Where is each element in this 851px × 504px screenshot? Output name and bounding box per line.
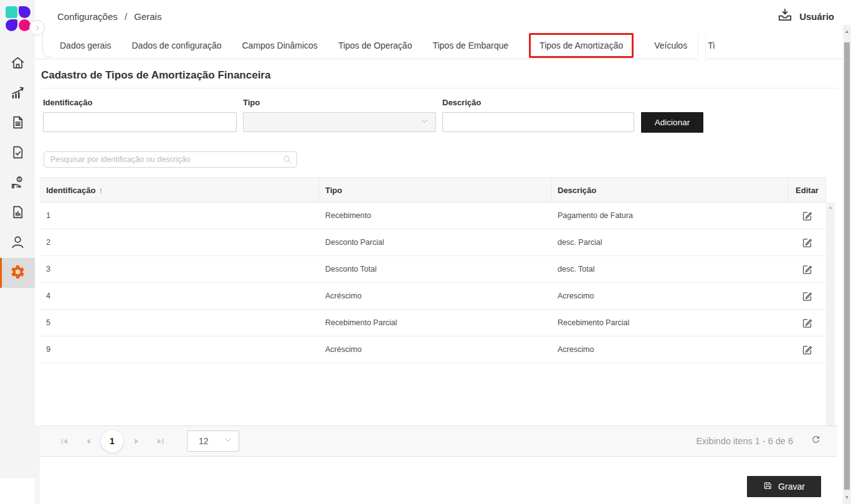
- title-divider: [41, 88, 839, 88]
- report-icon: [10, 204, 26, 222]
- scroll-down-icon[interactable]: ▼: [843, 495, 851, 500]
- gear-icon: [10, 264, 26, 282]
- tab-ti[interactable]: Ti: [708, 34, 715, 57]
- breadcrumb-section[interactable]: Configurações: [57, 11, 118, 22]
- table-row: 4AcréscimoAcrescimo: [40, 283, 826, 310]
- tab-bar: Dados geraisDados de configuraçãoCampos …: [35, 32, 843, 59]
- app-window: $ Configurações / Gerais Usuário Dados g…: [0, 0, 851, 504]
- logo-purple-blob-bottom: [6, 19, 17, 31]
- cell-tipo: Recebimento: [319, 202, 551, 229]
- page-scrollbar[interactable]: ▲ ▼: [843, 25, 851, 504]
- breadcrumb-page[interactable]: Gerais: [134, 11, 161, 22]
- breadcrumb: Configurações / Gerais: [57, 11, 161, 22]
- next-page-button[interactable]: [125, 430, 148, 452]
- column-label: Identificação: [46, 186, 95, 195]
- tab-dados-de-configuracao[interactable]: Dados de configuração: [132, 34, 222, 57]
- logo-teal-square: [6, 6, 17, 18]
- edit-row-button[interactable]: [800, 235, 815, 250]
- column-label: Editar: [796, 186, 819, 195]
- tab-tipos-de-embarque[interactable]: Tipos de Embarque: [432, 34, 508, 57]
- chevron-down-icon: [224, 435, 232, 447]
- app-logo[interactable]: [6, 6, 31, 31]
- adicionar-button[interactable]: Adicionar: [641, 112, 703, 133]
- current-page-indicator[interactable]: 1: [101, 430, 123, 452]
- page-size-select[interactable]: 12: [187, 430, 239, 452]
- identificacao-field[interactable]: [43, 112, 237, 132]
- table-row: 5Recebimento ParcialRecebimento Parcial: [40, 310, 826, 336]
- edit-row-button[interactable]: [800, 208, 815, 223]
- cell-editar: [788, 336, 826, 363]
- tipo-select[interactable]: [243, 112, 436, 132]
- growth-chart-icon: [10, 85, 26, 103]
- tab-dados-gerais[interactable]: Dados gerais: [60, 34, 112, 57]
- column-header-tipo[interactable]: Tipo: [319, 178, 551, 202]
- last-page-button[interactable]: [148, 430, 172, 452]
- user-label: Usuário: [799, 11, 834, 22]
- page-title: Cadastro de Tipos de Amortização Finance…: [41, 69, 270, 82]
- descricao-field[interactable]: [442, 112, 634, 132]
- table-header: Identificação↑TipoDescriçãoEditar: [40, 178, 826, 202]
- tab-tipos-de-operacao[interactable]: Tipos de Operação: [338, 34, 412, 57]
- identificacao-label: Identificação: [43, 98, 92, 107]
- sidebar-item-analytics[interactable]: [0, 78, 35, 108]
- cell-tipo: Desconto Total: [319, 256, 551, 282]
- content-gutter: [35, 426, 40, 504]
- cell-descricao: Acrescimo: [551, 283, 788, 309]
- cell-descricao: Pagamento de Fatura: [551, 202, 788, 229]
- user-menu[interactable]: Usuário: [777, 7, 834, 26]
- edit-row-button[interactable]: [800, 315, 815, 330]
- sidebar-expand-button[interactable]: [29, 20, 45, 36]
- tab-strip-right-edge: [698, 34, 706, 63]
- sidebar-item-reports[interactable]: [0, 198, 35, 228]
- search-input[interactable]: [44, 151, 297, 168]
- cell-identificacao: 5: [40, 310, 319, 336]
- document-check-icon: [10, 145, 26, 163]
- sidebar-nav: $: [0, 49, 35, 288]
- column-header-descricao[interactable]: Descrição: [551, 178, 788, 202]
- edit-row-button[interactable]: [800, 262, 815, 277]
- cell-descricao: Recebimento Parcial: [551, 310, 788, 336]
- logo-pink-circle: [19, 19, 31, 31]
- breadcrumb-separator: /: [125, 11, 127, 22]
- cell-identificacao: 4: [40, 283, 319, 309]
- edit-row-button[interactable]: [800, 342, 815, 357]
- sidebar-item-settings[interactable]: [0, 258, 35, 288]
- sidebar-item-users[interactable]: [0, 228, 35, 258]
- tab-tipos-de-amortizacao[interactable]: Tipos de Amortização: [529, 33, 634, 58]
- search-box: [44, 151, 297, 168]
- inbox-tray-icon: [777, 7, 793, 26]
- sidebar-item-tasks[interactable]: [0, 138, 35, 168]
- cell-identificacao: 9: [40, 336, 319, 363]
- tab-campos-dinamicos[interactable]: Campos Dinâmicos: [242, 34, 318, 57]
- sidebar-item-home[interactable]: [0, 49, 35, 78]
- refresh-button[interactable]: [811, 435, 821, 447]
- chevron-down-icon: [420, 116, 429, 128]
- column-header-identificacao[interactable]: Identificação↑: [40, 178, 319, 202]
- sidebar: $: [0, 0, 35, 478]
- edit-row-button[interactable]: [800, 288, 815, 303]
- pagination-bar: 1 12 Exibindo itens 1 - 6 de 6: [40, 426, 837, 457]
- page-scrollbar-thumb[interactable]: [844, 42, 850, 490]
- sidebar-item-finance[interactable]: $: [0, 168, 35, 198]
- tab-strip-left-edge: [42, 32, 54, 57]
- document-icon: [10, 115, 26, 133]
- tipo-label: Tipo: [243, 98, 260, 107]
- cell-editar: [788, 283, 826, 309]
- tab-veiculos[interactable]: Veículos: [654, 34, 687, 57]
- home-icon: [10, 55, 26, 73]
- table-scrollbar[interactable]: ▲: [826, 202, 835, 426]
- sidebar-item-documents[interactable]: [0, 108, 35, 138]
- scroll-up-icon[interactable]: ▲: [843, 29, 851, 34]
- prev-page-button[interactable]: [76, 430, 100, 452]
- column-header-editar[interactable]: Editar: [788, 178, 826, 202]
- page-size-value: 12: [199, 436, 209, 446]
- gravar-button[interactable]: Gravar: [747, 476, 821, 497]
- svg-text:$: $: [18, 177, 21, 181]
- first-page-button[interactable]: [52, 430, 76, 452]
- table-body: 1RecebimentoPagamento de Fatura2Desconto…: [40, 202, 826, 363]
- header: Configurações / Gerais Usuário: [35, 0, 843, 32]
- cell-identificacao: 1: [40, 202, 319, 229]
- table-scroll-up-icon[interactable]: ▲: [826, 205, 835, 209]
- table-row: 3Desconto Totaldesc. Total: [40, 256, 826, 283]
- cell-tipo: Desconto Parcial: [319, 229, 551, 255]
